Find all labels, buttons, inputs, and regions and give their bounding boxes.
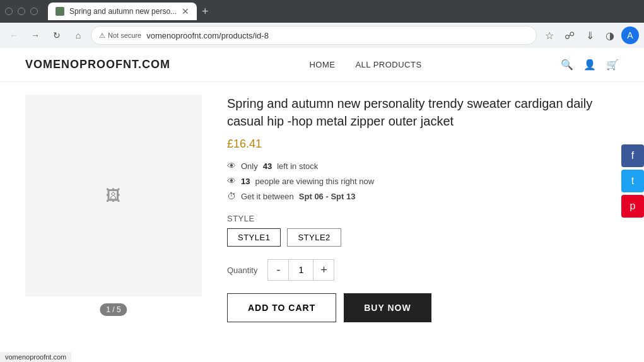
viewers-info: 👁 13 people are viewing this right now (227, 176, 619, 186)
tab-favicon (56, 7, 64, 16)
warning-icon: ⚠ (99, 32, 105, 40)
style-label: STYLE (227, 214, 619, 223)
facebook-share-button[interactable]: f (621, 144, 644, 167)
security-label: Not secure (108, 32, 141, 39)
browser-chrome: Spring and autumn new perso... ✕ + ← → ↻… (0, 0, 644, 48)
window-controls (5, 8, 38, 15)
style-options: STYLE1 STYLE2 (227, 228, 619, 247)
pinterest-share-button[interactable]: p (621, 195, 644, 218)
tab-bar: Spring and autumn new perso... ✕ + (0, 0, 644, 23)
social-sidebar: f t p (621, 144, 644, 218)
status-bar: vomenoproofnt.com (0, 352, 71, 362)
site-header: VOMENOPROOFNT.COM HOME ALL PRODUCTS 🔍 👤 … (0, 48, 644, 82)
stock-prefix: Only (241, 161, 258, 171)
style-button-2[interactable]: STYLE2 (287, 228, 341, 247)
account-sync-button[interactable]: ◑ (601, 26, 619, 44)
product-title: Spring and autumn new personality trendy… (227, 95, 619, 130)
style-section: STYLE STYLE1 STYLE2 (227, 214, 619, 247)
site-nav: HOME ALL PRODUCTS (309, 60, 421, 69)
close-window-button[interactable] (30, 8, 38, 15)
site-logo: VOMENOPROOFNT.COM (25, 58, 170, 71)
bookmark-button[interactable]: ☆ (541, 26, 558, 44)
security-indicator: ⚠ Not secure (99, 32, 141, 40)
buy-now-button[interactable]: BUY NOW (344, 293, 431, 322)
quantity-value: 1 (288, 260, 313, 280)
viewers-count: 13 (241, 177, 250, 186)
quantity-control: - 1 + (267, 259, 334, 281)
stock-suffix: left in stock (277, 161, 318, 171)
forward-button[interactable]: → (26, 26, 44, 44)
nav-home[interactable]: HOME (309, 60, 335, 69)
active-tab[interactable]: Spring and autumn new perso... ✕ (48, 3, 197, 20)
profile-button[interactable]: A (621, 26, 639, 44)
product-image: 🖼 (25, 95, 202, 296)
page-content: VOMENOPROOFNT.COM HOME ALL PRODUCTS 🔍 👤 … (0, 48, 644, 362)
maximize-button[interactable] (18, 8, 25, 15)
facebook-icon: f (631, 150, 634, 161)
stock-count: 43 (263, 161, 272, 171)
minimize-button[interactable] (5, 8, 13, 15)
image-counter: 1 / 5 (100, 303, 127, 316)
product-image-area: 🖼 1 / 5 (25, 95, 202, 322)
clock-icon: ⏱ (227, 191, 236, 201)
stock-info: 👁 Only 43 left in stock (227, 161, 619, 171)
downloads-button[interactable]: ⇓ (581, 26, 599, 44)
browser-actions: ☆ ☍ ⇓ ◑ A (541, 26, 639, 44)
nav-bar: ← → ↻ ⌂ ⚠ Not secure vomenoproofnt.com/p… (0, 23, 644, 48)
tab-title: Spring and autumn new perso... (69, 7, 177, 16)
viewers-icon: 👁 (227, 176, 236, 186)
twitter-share-button[interactable]: t (621, 170, 644, 192)
url-display: vomenoproofnt.com/products/id-8 (146, 31, 529, 40)
broken-image-icon: 🖼 (106, 187, 121, 204)
viewers-suffix: people are viewing this right now (255, 177, 374, 186)
nav-icons: 🔍 👤 🛒 (561, 59, 619, 71)
main-content: 🖼 1 / 5 Spring and autumn new personalit… (0, 82, 644, 335)
delivery-dates: Spt 06 - Spt 13 (299, 192, 356, 201)
style-button-1[interactable]: STYLE1 (227, 228, 281, 247)
quantity-section: Quantity - 1 + (227, 259, 619, 281)
address-bar[interactable]: ⚠ Not secure vomenoproofnt.com/products/… (91, 26, 537, 45)
action-buttons: ADD TO CART BUY NOW (227, 293, 619, 322)
account-icon[interactable]: 👤 (583, 59, 596, 71)
back-button[interactable]: ← (5, 26, 23, 44)
delivery-prefix: Get it between (241, 192, 294, 201)
extensions-button[interactable]: ☍ (561, 26, 578, 44)
twitter-icon: t (631, 175, 634, 187)
stock-icon: 👁 (227, 161, 236, 171)
quantity-increase-button[interactable]: + (313, 260, 334, 280)
reload-button[interactable]: ↻ (48, 26, 66, 44)
product-meta: 👁 Only 43 left in stock 👁 13 people are … (227, 161, 619, 201)
search-icon[interactable]: 🔍 (561, 59, 573, 71)
add-to-cart-button[interactable]: ADD TO CART (227, 293, 336, 322)
cart-icon[interactable]: 🛒 (606, 59, 619, 71)
new-tab-button[interactable]: + (202, 5, 209, 18)
status-url: vomenoproofnt.com (5, 353, 66, 361)
quantity-label: Quantity (227, 266, 257, 275)
home-button[interactable]: ⌂ (69, 26, 87, 44)
nav-all-products[interactable]: ALL PRODUCTS (355, 60, 421, 69)
product-info: Spring and autumn new personality trendy… (227, 95, 619, 322)
tab-close-button[interactable]: ✕ (182, 6, 189, 16)
quantity-decrease-button[interactable]: - (268, 260, 288, 280)
pinterest-icon: p (630, 201, 636, 212)
delivery-info: ⏱ Get it between Spt 06 - Spt 13 (227, 191, 619, 201)
product-price: £16.41 (227, 137, 619, 151)
